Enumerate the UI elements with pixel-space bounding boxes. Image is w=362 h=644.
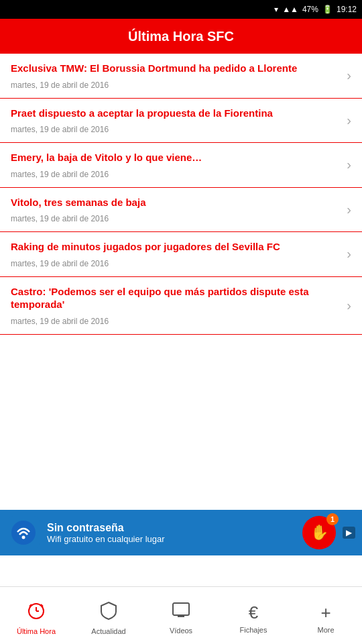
- bottom-navigation: Última Hora Actualidad Vídeos € Fichajes…: [0, 586, 362, 644]
- signal-icon: ▲▲: [282, 5, 298, 14]
- chevron-right-icon: ›: [347, 298, 351, 313]
- battery-icon: 🔋: [322, 5, 333, 14]
- nav-item-actualidad[interactable]: Actualidad: [72, 596, 145, 635]
- news-list: Exclusiva TMW: El Borussia Dortmund ha p…: [0, 54, 362, 510]
- news-content: Exclusiva TMW: El Borussia Dortmund ha p…: [11, 62, 341, 90]
- news-title: Exclusiva TMW: El Borussia Dortmund ha p…: [11, 62, 341, 75]
- battery-percent: 47%: [302, 5, 318, 14]
- nav-label-fichajes: Fichajes: [240, 626, 267, 634]
- news-content: Raking de minutos jugados por jugadores …: [11, 240, 341, 268]
- plus-icon: +: [320, 602, 330, 623]
- news-date: martes, 19 de abril de 2016: [11, 170, 341, 179]
- ad-banner[interactable]: Sin contraseña Wifi gratuito en cualquie…: [0, 510, 362, 555]
- nav-label-videos: Vídeos: [170, 627, 192, 635]
- news-date: martes, 19 de abril de 2016: [11, 214, 341, 223]
- news-title: Emery, la baja de Vitolo y lo que viene…: [11, 151, 341, 164]
- shield-icon: [100, 601, 117, 625]
- news-item[interactable]: Vitolo, tres semanas de baja martes, 19 …: [0, 188, 362, 233]
- page-title: Última Hora SFC: [128, 29, 234, 44]
- chevron-right-icon: ›: [347, 68, 351, 83]
- svg-point-1: [22, 536, 25, 539]
- news-item[interactable]: Exclusiva TMW: El Borussia Dortmund ha p…: [0, 54, 362, 99]
- ad-wifi-icon: [7, 516, 40, 549]
- news-item[interactable]: Praet dispuesto a aceptar la propuesta d…: [0, 99, 362, 144]
- news-title: Castro: 'Podemos ser el equipo que más p…: [11, 285, 341, 311]
- euro-icon: €: [249, 602, 258, 623]
- news-date: martes, 19 de abril de 2016: [11, 317, 341, 326]
- chevron-right-icon: ›: [347, 113, 351, 128]
- news-title: Raking de minutos jugados por jugadores …: [11, 240, 341, 254]
- news-content: Praet dispuesto a aceptar la propuesta d…: [11, 107, 341, 135]
- ad-hand-icon: ✋ 1: [302, 516, 336, 549]
- ad-play-label: ▶: [343, 527, 355, 539]
- news-content: Emery, la baja de Vitolo y lo que viene……: [11, 151, 341, 179]
- nav-item-more[interactable]: + More: [290, 597, 362, 634]
- news-item[interactable]: Raking de minutos jugados por jugadores …: [0, 232, 362, 277]
- tv-icon: [172, 602, 190, 624]
- alarm-icon: [27, 601, 46, 625]
- news-content: Vitolo, tres semanas de baja martes, 19 …: [11, 196, 341, 224]
- news-content: Castro: 'Podemos ser el equipo que más p…: [11, 285, 341, 326]
- nav-item-fichajes[interactable]: € Fichajes: [217, 597, 290, 634]
- news-date: martes, 19 de abril de 2016: [11, 125, 341, 134]
- nav-label-actualidad: Actualidad: [91, 627, 125, 635]
- ad-subtitle: Wifi gratuito en cualquier lugar: [47, 534, 296, 544]
- svg-rect-7: [173, 603, 189, 615]
- nav-label-more: More: [317, 626, 334, 634]
- ad-badge: 1: [326, 513, 339, 525]
- chevron-right-icon: ›: [347, 157, 351, 172]
- news-item[interactable]: Castro: 'Podemos ser el equipo que más p…: [0, 277, 362, 335]
- nav-label-ultima-hora: Última Hora: [17, 627, 56, 635]
- news-date: martes, 19 de abril de 2016: [11, 259, 341, 268]
- nav-item-videos[interactable]: Vídeos: [145, 596, 217, 635]
- wifi-icon: ▾: [274, 5, 278, 14]
- news-date: martes, 19 de abril de 2016: [11, 80, 341, 90]
- nav-item-ultima-hora[interactable]: Última Hora: [0, 596, 72, 635]
- ad-text: Sin contraseña Wifi gratuito en cualquie…: [47, 522, 296, 544]
- ad-title: Sin contraseña: [47, 522, 296, 534]
- news-item[interactable]: Emery, la baja de Vitolo y lo que viene……: [0, 143, 362, 188]
- app-header: Última Hora SFC: [0, 19, 362, 54]
- status-bar: ▾ ▲▲ 47% 🔋 19:12: [0, 0, 362, 19]
- chevron-right-icon: ›: [347, 246, 351, 262]
- news-title: Vitolo, tres semanas de baja: [11, 196, 341, 209]
- chevron-right-icon: ›: [347, 202, 351, 217]
- news-title: Praet dispuesto a aceptar la propuesta d…: [11, 107, 341, 120]
- time: 19:12: [337, 5, 357, 14]
